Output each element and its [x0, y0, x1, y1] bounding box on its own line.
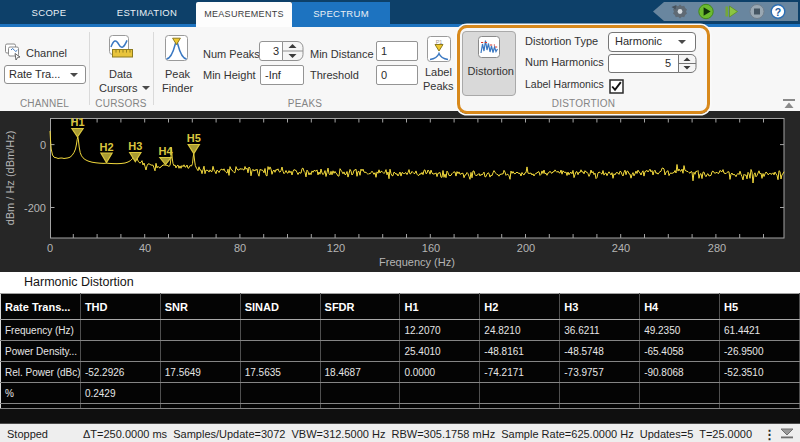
svg-text:80: 80: [234, 242, 246, 254]
svg-text:H1: H1: [70, 116, 84, 128]
svg-text:?: ?: [775, 6, 781, 18]
svg-text:0: 0: [47, 242, 53, 254]
svg-text:240: 240: [612, 242, 630, 254]
svg-text:0: 0: [40, 139, 46, 151]
svg-text:P1: P1: [436, 39, 443, 45]
svg-text:Frequency (Hz): Frequency (Hz): [379, 256, 455, 268]
svg-text:-200: -200: [24, 202, 46, 214]
svg-text:200: 200: [517, 242, 535, 254]
svg-text:dBm / Hz (dBm/Hz): dBm / Hz (dBm/Hz): [4, 131, 16, 226]
svg-text:280: 280: [708, 242, 726, 254]
svg-text:40: 40: [139, 242, 151, 254]
svg-text:H4: H4: [158, 145, 173, 157]
svg-text:160: 160: [422, 242, 440, 254]
svg-text:H2: H2: [99, 141, 113, 153]
svg-text:H3: H3: [128, 140, 142, 152]
svg-text:120: 120: [327, 242, 345, 254]
svg-text:H5: H5: [187, 132, 201, 144]
